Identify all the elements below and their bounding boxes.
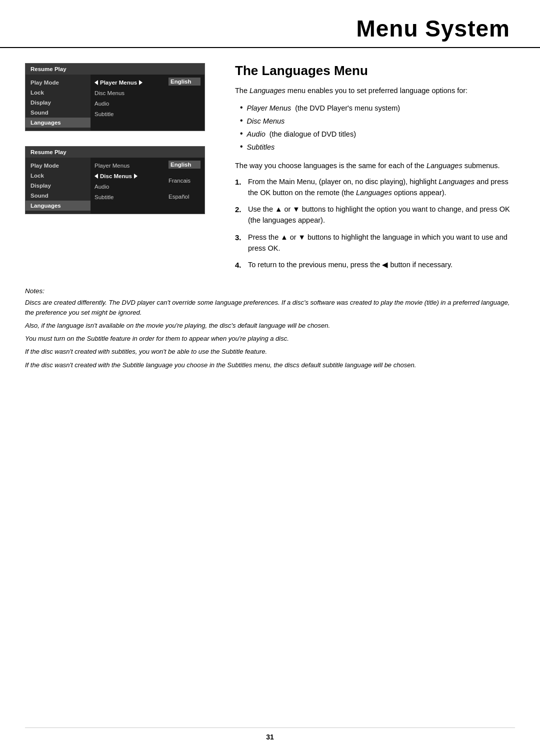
- sidebar-sound-2: Sound: [26, 191, 90, 201]
- step-3: 3. Press the ▲ or ▼ buttons to highlight…: [235, 232, 515, 254]
- bullet-audio: Audio (the dialogue of DVD titles): [240, 128, 515, 141]
- center-player-menus-1: Player Menus: [90, 78, 164, 88]
- sidebar-lock-1: Lock: [26, 88, 90, 98]
- right-espanol-2: Español: [168, 193, 200, 201]
- step-text-2: Use the ▲ or ▼ buttons to highlight the …: [248, 204, 515, 226]
- note-4: If the disc wasn't created with subtitle…: [25, 347, 515, 357]
- step-num-3: 3.: [235, 232, 244, 244]
- sidebar-play-mode-2: Play Mode: [26, 161, 90, 171]
- sidebar-play-mode-1: Play Mode: [26, 78, 90, 88]
- center-subtitle-2: Subtitle: [90, 192, 164, 202]
- sidebar-lock-2: Lock: [26, 171, 90, 181]
- menu-layout-1: Play Mode Lock Display Sound Languages P…: [26, 75, 204, 131]
- sidebar-display-2: Display: [26, 181, 90, 191]
- menu-center-1: Player Menus Disc Menus Audio Subtitle: [90, 75, 164, 131]
- step-text-3: Press the ▲ or ▼ buttons to highlight th…: [248, 232, 515, 254]
- sidebar-languages-2: Languages: [26, 201, 90, 211]
- sidebar-display-1: Display: [26, 98, 90, 108]
- main-content: Resume Play Play Mode Lock Display Sound…: [0, 63, 540, 277]
- menu-layout-2: Play Mode Lock Display Sound Languages P…: [26, 158, 204, 214]
- notes-section: Notes: Discs are created differently. Th…: [0, 277, 540, 370]
- step-2: 2. Use the ▲ or ▼ buttons to highlight t…: [235, 204, 515, 226]
- step-text-1: From the Main Menu, (player on, no disc …: [248, 177, 515, 199]
- right-english-2: English: [168, 161, 200, 169]
- right-english-1: English: [168, 78, 200, 86]
- right-column: The Languages Menu The Languages menu en…: [235, 63, 515, 277]
- center-disc-menus-1: Disc Menus: [90, 88, 164, 98]
- mid-text: The way you choose languages is the same…: [235, 161, 515, 172]
- step-1: 1. From the Main Menu, (player on, no di…: [235, 177, 515, 199]
- menu-screenshot-1: Resume Play Play Mode Lock Display Sound…: [25, 63, 205, 131]
- step-text-4: To return to the previous menu, press th…: [248, 260, 452, 271]
- left-column: Resume Play Play Mode Lock Display Sound…: [25, 63, 215, 277]
- note-5: If the disc wasn't created with the Subt…: [25, 360, 515, 370]
- menu-screenshot-2: Resume Play Play Mode Lock Display Sound…: [25, 146, 205, 214]
- sidebar-sound-1: Sound: [26, 108, 90, 118]
- arrow-left-icon-1: [94, 80, 98, 85]
- menu-sidebar-2: Play Mode Lock Display Sound Languages: [26, 158, 90, 214]
- menu-center-2: Player Menus Disc Menus Audio Subtitle: [90, 158, 164, 214]
- intro-text: The Languages menu enables you to set pr…: [235, 86, 515, 97]
- page-number: 31: [266, 733, 274, 741]
- arrow-right-icon-2: [134, 174, 138, 179]
- sidebar-languages-1: Languages: [26, 118, 90, 128]
- page-title: Menu System: [356, 16, 510, 42]
- page-footer: 31: [25, 727, 515, 741]
- resume-play-1: Resume Play: [26, 64, 204, 75]
- note-1: Discs are created differently. The DVD p…: [25, 298, 515, 318]
- center-subtitle-1: Subtitle: [90, 109, 164, 119]
- arrow-right-icon-1: [139, 80, 142, 85]
- center-disc-menus-2: Disc Menus: [90, 171, 164, 181]
- menu-right-1: English: [164, 75, 204, 131]
- bullet-disc-menus: Disc Menus: [240, 115, 515, 128]
- section-title: The Languages Menu: [235, 63, 515, 79]
- bullet-player-menus: Player Menus (the DVD Player's menu syst…: [240, 102, 515, 115]
- bullet-subtitles: Subtitles: [240, 141, 515, 154]
- right-francais-2: Francais: [168, 177, 200, 185]
- step-num-1: 1.: [235, 177, 244, 188]
- page-header: Menu System: [0, 0, 540, 48]
- note-3: You must turn on the Subtitle feature in…: [25, 334, 515, 344]
- center-audio-1: Audio: [90, 99, 164, 109]
- bullet-list: Player Menus (the DVD Player's menu syst…: [240, 102, 515, 154]
- arrow-left-icon-2: [94, 174, 98, 179]
- step-num-4: 4.: [235, 260, 244, 271]
- center-player-menus-2: Player Menus: [90, 161, 164, 171]
- steps-list: 1. From the Main Menu, (player on, no di…: [235, 177, 515, 271]
- menu-right-2: English Francais Español: [164, 158, 204, 214]
- center-audio-2: Audio: [90, 182, 164, 192]
- menu-sidebar-1: Play Mode Lock Display Sound Languages: [26, 75, 90, 131]
- notes-label: Notes:: [25, 287, 515, 295]
- step-4: 4. To return to the previous menu, press…: [235, 260, 515, 271]
- step-num-2: 2.: [235, 204, 244, 216]
- resume-play-2: Resume Play: [26, 147, 204, 158]
- note-2: Also, if the language isn't available on…: [25, 321, 515, 331]
